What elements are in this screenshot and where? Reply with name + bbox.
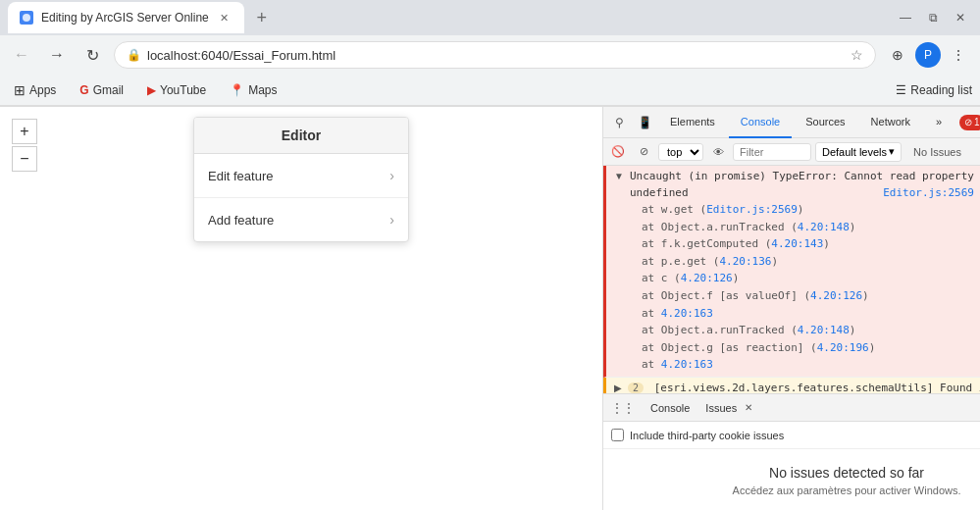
zoom-out-btn[interactable]: − xyxy=(12,146,37,172)
stack-line-9: at Object.g [as reaction] (4.20:196) xyxy=(630,339,980,357)
context-selector[interactable]: top xyxy=(658,143,703,161)
stack-link-3[interactable]: 4.20:143 xyxy=(771,237,823,250)
add-feature-arrow-icon: › xyxy=(389,212,394,228)
issues-panel: ⋮⋮ Console Issues ✕ ✕ Include third-part… xyxy=(603,393,980,510)
editor-panel: Editor Edit feature › Add feature › xyxy=(193,117,409,242)
apps-label: Apps xyxy=(29,83,56,97)
issues-tab-close-icon[interactable]: ✕ xyxy=(745,402,752,413)
stack-link-9[interactable]: 4.20:196 xyxy=(817,341,869,354)
youtube-label: YouTube xyxy=(160,83,206,97)
chevron-down-icon: ▾ xyxy=(889,145,895,158)
drag-handle-icon: ⋮⋮ xyxy=(611,401,635,415)
devtools-header: ⚲ 📱 Elements Console Sources Network » ⊘… xyxy=(603,107,980,138)
forward-button[interactable]: → xyxy=(43,41,71,69)
lock-icon: 🔒 xyxy=(127,48,141,62)
minimize-btn[interactable]: — xyxy=(894,6,917,29)
tab-more[interactable]: » xyxy=(924,107,954,138)
no-issues-subtitle: Accédez aux paramètres pour activer Wind… xyxy=(733,484,961,496)
stack-link-2[interactable]: 4.20:148 xyxy=(798,221,850,233)
svg-point-0 xyxy=(23,14,30,22)
profile-button[interactable]: P xyxy=(915,42,941,68)
third-party-checkbox-area[interactable]: Include third-party cookie issues xyxy=(611,429,784,441)
issues-issues-tab[interactable]: Issues ✕ xyxy=(701,402,756,414)
error-expand-area xyxy=(614,169,624,374)
tab-network[interactable]: Network xyxy=(859,107,922,138)
edit-feature-label: Edit feature xyxy=(208,169,274,183)
gmail-icon: G xyxy=(79,83,88,97)
stack-line-4: at p.e.get (4.20:136) xyxy=(630,253,980,271)
stack-link-7[interactable]: 4.20:163 xyxy=(661,307,713,320)
new-tab-button[interactable]: + xyxy=(248,4,276,31)
bookmark-star-icon[interactable]: ☆ xyxy=(851,47,863,63)
reload-button[interactable]: ↻ xyxy=(78,41,106,69)
error-chevron-icon xyxy=(614,171,624,181)
tab-title: Editing by ArcGIS Server Online xyxy=(41,11,209,25)
warning-chevron-icon xyxy=(614,382,622,393)
devtools-device-btn[interactable]: 📱 xyxy=(633,111,656,134)
console-warning-entry[interactable]: 2 [esri.views.2d.layers.features.schemaU… xyxy=(603,378,980,393)
bookmark-gmail[interactable]: G Gmail xyxy=(74,81,129,99)
stack-line-5: at c (4.20:126) xyxy=(630,270,980,287)
error-link[interactable]: Editor.js:2569 xyxy=(883,186,974,199)
tab-console[interactable]: Console xyxy=(729,107,792,138)
stack-link-6[interactable]: 4.20:126 xyxy=(810,289,862,302)
bookmarks-bar: ⊞ Apps G Gmail ▶ YouTube 📍 Maps ☰ Readin… xyxy=(0,75,980,106)
back-button[interactable]: ← xyxy=(8,41,35,69)
map-controls: + − xyxy=(12,119,37,172)
toolbar-right: ⊕ P ⋮ xyxy=(884,41,972,69)
warning-entry-text: 2 [esri.views.2d.layers.features.schemaU… xyxy=(628,381,980,393)
edit-feature-arrow-icon: › xyxy=(389,168,394,183)
reading-list-btn[interactable]: ☰ Reading list xyxy=(896,83,972,97)
stack-link-8[interactable]: 4.20:148 xyxy=(798,324,850,336)
tab-bar: Editing by ArcGIS Server Online ✕ + — ⧉ … xyxy=(0,0,980,35)
address-box[interactable]: 🔒 localhost:6040/Essai_Forum.html ☆ xyxy=(114,41,876,69)
extensions-btn[interactable]: ⊕ xyxy=(884,41,911,69)
tab-sources[interactable]: Sources xyxy=(794,107,856,138)
error-count-badge: ⊘ 1 xyxy=(959,115,980,130)
page-area: + − Editor Edit feature › Add feature › xyxy=(0,107,602,510)
clear-console-btn[interactable]: 🚫 xyxy=(607,141,629,163)
stack-line-6: at Object.f [as valueOf] (4.20:126) xyxy=(630,287,980,305)
main-content: + − Editor Edit feature › Add feature › … xyxy=(0,107,980,510)
third-party-checkbox[interactable] xyxy=(611,429,624,441)
settings-btn[interactable]: ⋮ xyxy=(945,41,972,69)
console-toolbar: 🚫 ⊘ top 👁 Default levels ▾ No Issues 3 h… xyxy=(603,138,980,166)
maps-icon: 📍 xyxy=(230,83,244,97)
console-error-entry[interactable]: Uncaught (in promise) TypeError: Cannot … xyxy=(603,166,980,378)
close-window-btn[interactable]: ✕ xyxy=(949,6,972,29)
console-eye-btn[interactable]: 👁 xyxy=(707,141,729,163)
warning-count-badge: 2 xyxy=(628,382,644,393)
browser-chrome: Editing by ArcGIS Server Online ✕ + — ⧉ … xyxy=(0,0,980,107)
bookmark-youtube[interactable]: ▶ YouTube xyxy=(141,81,212,99)
devtools-inspect-btn[interactable]: ⚲ xyxy=(607,111,631,134)
console-filter-input[interactable] xyxy=(733,143,811,161)
add-feature-item[interactable]: Add feature › xyxy=(194,198,408,241)
issues-label: Issues xyxy=(705,402,737,414)
stack-link-4[interactable]: 4.20:136 xyxy=(719,255,771,268)
issues-content: No issues detected so far Accédez aux pa… xyxy=(603,449,980,510)
console-filter-btn[interactable]: ⊘ xyxy=(633,141,654,163)
stack-link-1[interactable]: Editor.js:2569 xyxy=(706,203,798,216)
reading-list-icon: ☰ xyxy=(896,83,906,97)
bookmark-maps[interactable]: 📍 Maps xyxy=(224,81,283,99)
reading-list-label: Reading list xyxy=(910,83,972,97)
stack-line-7: at 4.20:163 xyxy=(630,305,980,323)
edit-feature-item[interactable]: Edit feature › xyxy=(194,154,408,198)
restore-btn[interactable]: ⧉ xyxy=(921,6,945,29)
stack-link-5[interactable]: 4.20:126 xyxy=(681,272,733,284)
stack-line-3: at f.k.getComputed (4.20:143) xyxy=(630,235,980,253)
address-text: localhost:6040/Essai_Forum.html xyxy=(147,48,845,63)
editor-title: Editor xyxy=(194,118,408,154)
stack-link-10[interactable]: 4.20:163 xyxy=(661,358,713,371)
gmail-label: Gmail xyxy=(93,83,124,97)
bookmark-apps[interactable]: ⊞ Apps xyxy=(8,80,62,100)
error-icon: ⊘ xyxy=(964,117,972,128)
warning-expand-area xyxy=(614,381,622,393)
tab-close-btn[interactable]: ✕ xyxy=(217,10,232,26)
default-levels-btn[interactable]: Default levels ▾ xyxy=(815,142,902,162)
browser-tab[interactable]: Editing by ArcGIS Server Online ✕ xyxy=(8,2,244,33)
issues-console-tab[interactable]: Console xyxy=(646,402,694,414)
tab-elements[interactable]: Elements xyxy=(658,107,727,138)
zoom-in-btn[interactable]: + xyxy=(12,119,37,144)
stack-line-1: at w.get (Editor.js:2569) xyxy=(630,201,980,219)
